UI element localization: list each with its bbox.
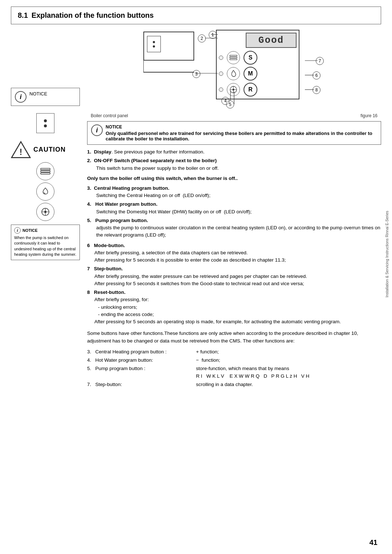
notice-block-label: NOTICE	[106, 124, 377, 130]
items-6-8: 6 Mode-button. After briefly pressing, a…	[87, 242, 381, 326]
function-row-3: 3. Central Heating program button : + fu…	[87, 348, 381, 356]
svg-point-15	[233, 89, 234, 91]
sidebar-notice: i NOTICE When the pump is switched on co…	[11, 225, 80, 260]
vertical-text-bar: Installation & Servicing Instructions Ri…	[382, 91, 392, 417]
hw-icon-button	[227, 67, 240, 80]
right-panel: Good	[216, 30, 299, 99]
section-header: 8.1 Explanation of the function buttons	[11, 7, 381, 24]
sidebar-icons	[11, 162, 80, 221]
function-value-3: + function;	[196, 348, 381, 356]
function-value-4: − function;	[196, 357, 381, 364]
label-2: 2	[198, 34, 206, 42]
right-content: Good	[83, 24, 381, 389]
switch-inner-box	[147, 36, 161, 52]
svg-point-8	[44, 211, 46, 213]
bracket-bottom	[143, 61, 194, 73]
hot-water-icon	[36, 182, 54, 201]
sidebar-notice-label: NOTICE	[23, 228, 38, 233]
lcd-display: Good	[246, 33, 297, 48]
notice-icon: i	[15, 91, 26, 103]
sidebar-notice-text: When the pump is switched on continuousl…	[14, 235, 77, 258]
r-button[interactable]: R	[244, 83, 257, 97]
label-6: 6	[313, 71, 320, 79]
function-row-4: 4. Hot Water program button: − function;	[87, 357, 381, 364]
pump-icon-button	[227, 83, 240, 96]
pump-icon	[36, 203, 54, 221]
caution-box: ! CAUTION	[11, 140, 80, 159]
notice-main-block: i NOTICE Only qualified personel who are…	[87, 121, 381, 145]
caution-label: CAUTION	[33, 146, 66, 153]
section-title-text: Explanation of the function buttons	[32, 11, 154, 20]
s-button[interactable]: S	[244, 51, 257, 65]
svg-rect-11	[230, 59, 237, 60]
item-4: 4. Hot Water program button. Switching t…	[87, 201, 381, 216]
label-5: 5	[226, 100, 234, 108]
function-value-7: scrolling in a data chapter.	[196, 381, 381, 388]
svg-text:!: !	[20, 147, 23, 157]
function-value-5: store-function, which means that by mean…	[196, 365, 381, 380]
item-5: 5. Pump program button. adjusts the pump…	[87, 217, 381, 239]
item-8: 8 Reset-button. After briefly pressing, …	[87, 289, 381, 325]
function-row-5: 5. Pump program button : store-function,…	[87, 365, 381, 380]
function-label-5: 5. Pump program button :	[87, 365, 196, 380]
notice-label: NOTICE	[29, 91, 47, 97]
central-heating-icon	[36, 162, 54, 180]
function-row-7: 7. Step-button: scrolling in a data chap…	[87, 381, 381, 388]
function-label-4: 4. Hot Water program button:	[87, 357, 196, 364]
items-3-5: 3. Central Heating program button. Switc…	[87, 185, 381, 239]
function-label-3: 3. Central Heating program button :	[87, 348, 196, 356]
panel-left-box	[143, 32, 194, 61]
diagram-area: Good	[87, 28, 381, 111]
led-hw	[219, 71, 223, 76]
item-3: 3. Central Heating program button. Switc…	[87, 185, 381, 200]
item-1: 1. Display. See previous page for furthe…	[87, 148, 381, 156]
footer-text: Some buttons have other functions.These …	[87, 330, 381, 345]
m-button[interactable]: M	[244, 67, 257, 81]
label-1: 1	[209, 31, 217, 39]
section-title: 8.1	[18, 11, 28, 20]
led-pump	[219, 87, 223, 92]
switch-image	[36, 113, 54, 133]
svg-rect-3	[41, 171, 50, 172]
label-8: 8	[313, 86, 320, 94]
main-notice-icon: i	[91, 124, 103, 136]
function-table: 3. Central Heating program button : + fu…	[87, 348, 381, 388]
item-6: 6 Mode-button. After briefly pressing, a…	[87, 242, 381, 264]
notice-block-text: Only qualified personel who are trained …	[106, 131, 377, 141]
small-i-icon: i	[14, 227, 21, 234]
vertical-text: Installation & Servicing Instructions Ri…	[385, 211, 389, 297]
led-ch	[219, 56, 223, 60]
ch-icon-button	[227, 51, 240, 64]
svg-rect-10	[230, 57, 237, 58]
item-2: 2. ON-OFF Switch (Placed separately next…	[87, 157, 381, 172]
caution-triangle-icon: !	[11, 140, 29, 159]
diagram-caption: Boiler control panel figure 16	[87, 113, 381, 118]
svg-rect-9	[230, 55, 237, 56]
notice-box: i NOTICE	[11, 88, 80, 106]
function-label-7: 7. Step-button:	[87, 381, 196, 388]
left-sidebar: i NOTICE ! CAUTION	[11, 24, 83, 389]
label-7: 7	[316, 57, 324, 65]
caution-text: Only turn the boiler off using this swit…	[87, 176, 381, 181]
svg-rect-4	[41, 173, 50, 174]
item-7: 7 Step-button. After briefly pressing, t…	[87, 265, 381, 287]
items-1-2: 1. Display. See previous page for furthe…	[87, 148, 381, 172]
label-3: 3	[192, 70, 200, 78]
svg-rect-2	[41, 168, 50, 170]
page-number: 41	[369, 538, 377, 547]
